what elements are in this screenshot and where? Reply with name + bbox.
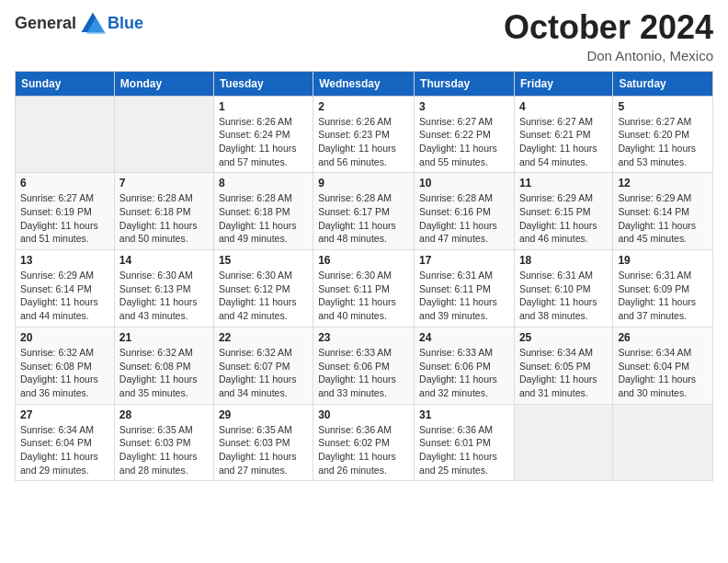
table-row: 28Sunrise: 6:35 AMSunset: 6:03 PMDayligh… [114, 404, 213, 481]
sunset-text: Sunset: 6:12 PM [219, 282, 308, 296]
day-detail: Sunrise: 6:29 AMSunset: 6:15 PMDaylight:… [519, 191, 608, 246]
day-detail: Sunrise: 6:26 AMSunset: 6:23 PMDaylight:… [318, 115, 409, 169]
daylight-text: Daylight: 11 hours and 30 minutes. [618, 373, 708, 399]
sunrise-text: Sunrise: 6:32 AM [20, 346, 109, 360]
daylight-text: Daylight: 11 hours and 35 minutes. [119, 373, 209, 399]
sunrise-text: Sunrise: 6:29 AM [618, 191, 708, 205]
daylight-text: Daylight: 11 hours and 37 minutes. [618, 295, 708, 322]
table-row: 15Sunrise: 6:30 AMSunset: 6:12 PMDayligh… [213, 250, 313, 327]
daylight-text: Daylight: 11 hours and 36 minutes. [20, 373, 109, 399]
day-detail: Sunrise: 6:27 AMSunset: 6:22 PMDaylight:… [419, 115, 509, 169]
col-monday: Monday [114, 71, 213, 96]
day-number: 11 [519, 177, 608, 190]
sunrise-text: Sunrise: 6:27 AM [20, 191, 109, 205]
day-number: 1 [219, 100, 308, 113]
day-detail: Sunrise: 6:35 AMSunset: 6:03 PMDaylight:… [119, 423, 209, 477]
day-detail: Sunrise: 6:34 AMSunset: 6:05 PMDaylight:… [519, 346, 608, 400]
calendar-week-row: 6Sunrise: 6:27 AMSunset: 6:19 PMDaylight… [16, 173, 713, 250]
table-row: 2Sunrise: 6:26 AMSunset: 6:23 PMDaylight… [313, 96, 415, 173]
calendar-header-row: Sunday Monday Tuesday Wednesday Thursday… [16, 71, 713, 96]
sunrise-text: Sunrise: 6:32 AM [219, 346, 308, 360]
day-detail: Sunrise: 6:30 AMSunset: 6:12 PMDaylight:… [219, 269, 308, 323]
day-detail: Sunrise: 6:31 AMSunset: 6:09 PMDaylight:… [618, 269, 708, 323]
col-thursday: Thursday [415, 71, 515, 96]
daylight-text: Daylight: 11 hours and 31 minutes. [519, 373, 608, 399]
sunset-text: Sunset: 6:02 PM [318, 436, 409, 450]
month-title: October 2024 [504, 9, 713, 46]
day-detail: Sunrise: 6:32 AMSunset: 6:08 PMDaylight:… [119, 346, 209, 400]
table-row [613, 404, 713, 481]
day-number: 23 [318, 331, 409, 344]
col-saturday: Saturday [613, 71, 713, 96]
day-number: 22 [219, 331, 308, 344]
table-row: 19Sunrise: 6:31 AMSunset: 6:09 PMDayligh… [613, 250, 713, 327]
table-row: 20Sunrise: 6:32 AMSunset: 6:08 PMDayligh… [16, 327, 115, 404]
day-detail: Sunrise: 6:36 AMSunset: 6:02 PMDaylight:… [318, 423, 409, 477]
calendar-week-row: 1Sunrise: 6:26 AMSunset: 6:24 PMDaylight… [16, 96, 713, 173]
table-row: 26Sunrise: 6:34 AMSunset: 6:04 PMDayligh… [613, 327, 713, 404]
day-detail: Sunrise: 6:33 AMSunset: 6:06 PMDaylight:… [318, 346, 409, 400]
calendar-table: Sunday Monday Tuesday Wednesday Thursday… [15, 71, 713, 482]
sunset-text: Sunset: 6:13 PM [119, 282, 209, 296]
daylight-text: Daylight: 11 hours and 45 minutes. [618, 219, 708, 246]
day-detail: Sunrise: 6:26 AMSunset: 6:24 PMDaylight:… [219, 115, 308, 169]
day-detail: Sunrise: 6:27 AMSunset: 6:19 PMDaylight:… [20, 191, 109, 246]
table-row: 10Sunrise: 6:28 AMSunset: 6:16 PMDayligh… [415, 173, 515, 250]
table-row: 3Sunrise: 6:27 AMSunset: 6:22 PMDaylight… [415, 96, 515, 173]
daylight-text: Daylight: 11 hours and 50 minutes. [119, 219, 209, 246]
sunset-text: Sunset: 6:14 PM [20, 282, 109, 296]
day-detail: Sunrise: 6:30 AMSunset: 6:13 PMDaylight:… [119, 269, 209, 323]
sunset-text: Sunset: 6:16 PM [419, 205, 509, 219]
day-number: 14 [119, 254, 209, 267]
daylight-text: Daylight: 11 hours and 43 minutes. [119, 295, 209, 322]
daylight-text: Daylight: 11 hours and 47 minutes. [419, 219, 509, 246]
day-number: 9 [318, 177, 409, 190]
location: Don Antonio, Mexico [504, 48, 713, 63]
sunset-text: Sunset: 6:03 PM [119, 436, 209, 450]
table-row [514, 404, 612, 481]
day-number: 4 [519, 100, 608, 113]
sunrise-text: Sunrise: 6:27 AM [618, 115, 708, 129]
sunrise-text: Sunrise: 6:36 AM [318, 423, 409, 437]
table-row: 11Sunrise: 6:29 AMSunset: 6:15 PMDayligh… [514, 173, 612, 250]
table-row: 29Sunrise: 6:35 AMSunset: 6:03 PMDayligh… [213, 404, 313, 481]
daylight-text: Daylight: 11 hours and 39 minutes. [419, 295, 509, 322]
daylight-text: Daylight: 11 hours and 40 minutes. [318, 295, 409, 322]
day-detail: Sunrise: 6:36 AMSunset: 6:01 PMDaylight:… [419, 423, 509, 477]
header: General Blue October 2024 Don Antonio, M… [15, 9, 713, 63]
calendar-week-row: 13Sunrise: 6:29 AMSunset: 6:14 PMDayligh… [16, 250, 713, 327]
sunset-text: Sunset: 6:04 PM [20, 436, 109, 450]
day-number: 25 [519, 331, 608, 344]
table-row: 21Sunrise: 6:32 AMSunset: 6:08 PMDayligh… [114, 327, 213, 404]
daylight-text: Daylight: 11 hours and 55 minutes. [419, 142, 509, 168]
day-detail: Sunrise: 6:34 AMSunset: 6:04 PMDaylight:… [20, 423, 109, 477]
sunset-text: Sunset: 6:19 PM [20, 205, 109, 219]
table-row: 23Sunrise: 6:33 AMSunset: 6:06 PMDayligh… [313, 327, 415, 404]
daylight-text: Daylight: 11 hours and 46 minutes. [519, 219, 608, 246]
table-row: 27Sunrise: 6:34 AMSunset: 6:04 PMDayligh… [16, 404, 115, 481]
day-detail: Sunrise: 6:29 AMSunset: 6:14 PMDaylight:… [618, 191, 708, 246]
daylight-text: Daylight: 11 hours and 28 minutes. [119, 450, 209, 477]
daylight-text: Daylight: 11 hours and 42 minutes. [219, 295, 308, 322]
day-detail: Sunrise: 6:28 AMSunset: 6:16 PMDaylight:… [419, 191, 509, 246]
day-number: 24 [419, 331, 509, 344]
day-number: 3 [419, 100, 509, 113]
day-detail: Sunrise: 6:31 AMSunset: 6:11 PMDaylight:… [419, 269, 509, 323]
calendar-week-row: 20Sunrise: 6:32 AMSunset: 6:08 PMDayligh… [16, 327, 713, 404]
sunset-text: Sunset: 6:24 PM [219, 128, 308, 142]
daylight-text: Daylight: 11 hours and 33 minutes. [318, 373, 409, 399]
sunrise-text: Sunrise: 6:28 AM [419, 191, 509, 205]
logo: General Blue [15, 9, 143, 39]
table-row: 1Sunrise: 6:26 AMSunset: 6:24 PMDaylight… [213, 96, 313, 173]
daylight-text: Daylight: 11 hours and 26 minutes. [318, 450, 409, 477]
sunrise-text: Sunrise: 6:34 AM [618, 346, 708, 360]
sunrise-text: Sunrise: 6:27 AM [519, 115, 608, 129]
daylight-text: Daylight: 11 hours and 25 minutes. [419, 450, 509, 477]
day-number: 18 [519, 254, 608, 267]
sunrise-text: Sunrise: 6:28 AM [318, 191, 409, 205]
sunset-text: Sunset: 6:03 PM [219, 436, 308, 450]
sunset-text: Sunset: 6:14 PM [618, 205, 708, 219]
sunrise-text: Sunrise: 6:31 AM [618, 269, 708, 282]
daylight-text: Daylight: 11 hours and 34 minutes. [219, 373, 308, 399]
day-number: 7 [119, 177, 209, 190]
